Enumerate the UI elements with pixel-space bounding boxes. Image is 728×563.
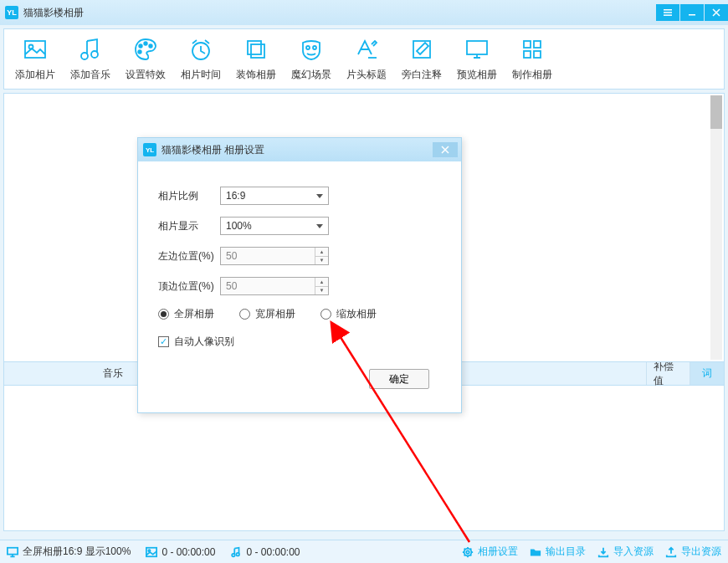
palette-icon [132, 36, 159, 63]
dialog-body: 相片比例 16:9 相片显示 100% 左边位置(%) 50 ▲▼ 顶边位置(%… [138, 161, 461, 412]
svg-rect-23 [8, 547, 18, 554]
tool-add-music[interactable]: 添加音乐 [63, 36, 118, 82]
svg-rect-17 [413, 41, 430, 58]
svg-rect-19 [524, 41, 531, 48]
tool-label: 片头标题 [346, 68, 387, 82]
spin-up[interactable]: ▲ [315, 248, 328, 257]
ratio-label: 相片比例 [158, 189, 220, 203]
spin-down[interactable]: ▼ [315, 287, 328, 295]
spinner-buttons: ▲▼ [315, 278, 328, 294]
svg-point-29 [466, 550, 469, 554]
album-setting-link[interactable]: 相册设置 [462, 545, 518, 559]
left-pos-spinner[interactable]: 50 ▲▼ [220, 247, 329, 265]
tool-label: 添加音乐 [70, 68, 110, 82]
window-controls [655, 4, 728, 21]
tool-label: 设置特效 [126, 68, 166, 82]
album-mode-radio-group: 全屏相册 宽屏相册 缩放相册 [158, 307, 441, 321]
close-button[interactable] [705, 4, 728, 21]
monitor-icon [7, 546, 18, 558]
tool-add-photo[interactable]: 添加相片 [8, 36, 63, 82]
svg-point-16 [313, 46, 316, 49]
radio-widescreen[interactable]: 宽屏相册 [239, 307, 295, 321]
svg-point-15 [306, 46, 310, 49]
music-icon [230, 546, 242, 558]
tool-set-effect[interactable]: 设置特效 [118, 36, 173, 82]
svg-point-11 [138, 50, 141, 54]
status-photo-count: 0 - 00:00:00 [146, 546, 215, 558]
image-icon [22, 36, 49, 63]
album-settings-dialog: YL 猫猫影楼相册 相册设置 相片比例 16:9 相片显示 100% 左边位置(… [137, 137, 462, 413]
minimize-button[interactable] [680, 4, 704, 21]
output-dir-link[interactable]: 输出目录 [530, 545, 586, 559]
dialog-title-text: 猫猫影楼相册 相册设置 [161, 143, 264, 157]
tool-decorate[interactable]: 装饰相册 [228, 36, 284, 82]
display-select[interactable]: 100% [220, 217, 329, 235]
svg-rect-0 [664, 9, 672, 11]
svg-point-7 [91, 51, 98, 58]
svg-rect-18 [467, 41, 487, 54]
spinner-buttons: ▲▼ [315, 248, 328, 264]
chevron-down-icon [316, 224, 323, 228]
dialog-footer: 确定 [158, 369, 441, 401]
gear-icon [462, 546, 474, 558]
close-icon [441, 146, 449, 154]
svg-rect-4 [25, 41, 45, 58]
titlebar: YL 猫猫影楼相册 [0, 0, 728, 25]
svg-point-8 [139, 44, 142, 48]
dialog-close-button[interactable] [433, 142, 458, 157]
vertical-scrollbar[interactable] [710, 95, 722, 360]
tool-label: 制作相册 [512, 68, 552, 82]
radio-zoom[interactable]: 缩放相册 [320, 307, 377, 321]
dialog-app-icon: YL [143, 143, 156, 156]
edit-icon [408, 36, 435, 63]
grid-icon [519, 36, 546, 63]
tool-label: 添加相片 [15, 68, 55, 82]
status-bar: 全屏相册16:9 显示100% 0 - 00:00:00 0 - 00:00:0… [0, 540, 728, 563]
tool-label: 旁白注释 [402, 68, 442, 82]
tool-magic-scene[interactable]: 魔幻场景 [284, 36, 339, 82]
col-word[interactable]: 词 [690, 362, 724, 385]
tool-label: 魔幻场景 [291, 68, 331, 82]
app-title: 猫猫影楼相册 [23, 6, 84, 20]
spin-up[interactable]: ▲ [315, 278, 328, 287]
svg-rect-3 [689, 14, 695, 16]
checkbox-icon [158, 336, 169, 347]
tool-narration[interactable]: 旁白注释 [394, 36, 449, 82]
svg-rect-2 [664, 14, 672, 16]
svg-rect-20 [534, 41, 541, 48]
main-toolbar: 添加相片 添加音乐 设置特效 相片时间 装饰相册 魔幻场景 片头标题 旁白注释 … [3, 28, 725, 90]
tool-preview[interactable]: 预览相册 [449, 36, 505, 82]
ok-button[interactable]: 确定 [369, 369, 429, 389]
tool-make[interactable]: 制作相册 [505, 36, 560, 82]
folder-icon [530, 546, 541, 558]
radio-fullscreen[interactable]: 全屏相册 [158, 307, 214, 321]
copy-icon [243, 36, 269, 63]
svg-rect-21 [524, 51, 531, 58]
svg-rect-14 [248, 41, 261, 54]
dialog-titlebar[interactable]: YL 猫猫影楼相册 相册设置 [138, 138, 461, 161]
top-pos-spinner[interactable]: 50 ▲▼ [220, 277, 329, 295]
scroll-thumb[interactable] [710, 95, 722, 129]
music-icon [77, 36, 104, 63]
spin-down[interactable]: ▼ [315, 257, 328, 265]
svg-point-10 [149, 44, 152, 48]
svg-rect-13 [251, 44, 264, 58]
chevron-down-icon [316, 194, 323, 198]
monitor-icon [464, 36, 490, 63]
export-icon [665, 546, 677, 558]
export-resource-link[interactable]: 导出资源 [665, 545, 721, 559]
ratio-select[interactable]: 16:9 [220, 187, 329, 205]
col-offset[interactable]: 补偿值 [647, 362, 690, 385]
radio-icon [239, 309, 250, 320]
import-resource-link[interactable]: 导入资源 [597, 545, 654, 559]
tool-head-title[interactable]: 片头标题 [339, 36, 394, 82]
tool-photo-time[interactable]: 相片时间 [173, 36, 228, 82]
clock-icon [187, 36, 214, 63]
auto-face-checkbox-row[interactable]: 自动人像识别 [158, 335, 441, 349]
tool-label: 装饰相册 [236, 68, 276, 82]
title-icon [353, 36, 380, 63]
left-pos-label: 左边位置(%) [158, 249, 220, 264]
radio-icon [158, 309, 169, 320]
radio-icon [320, 309, 331, 320]
menu-button[interactable] [656, 4, 679, 21]
